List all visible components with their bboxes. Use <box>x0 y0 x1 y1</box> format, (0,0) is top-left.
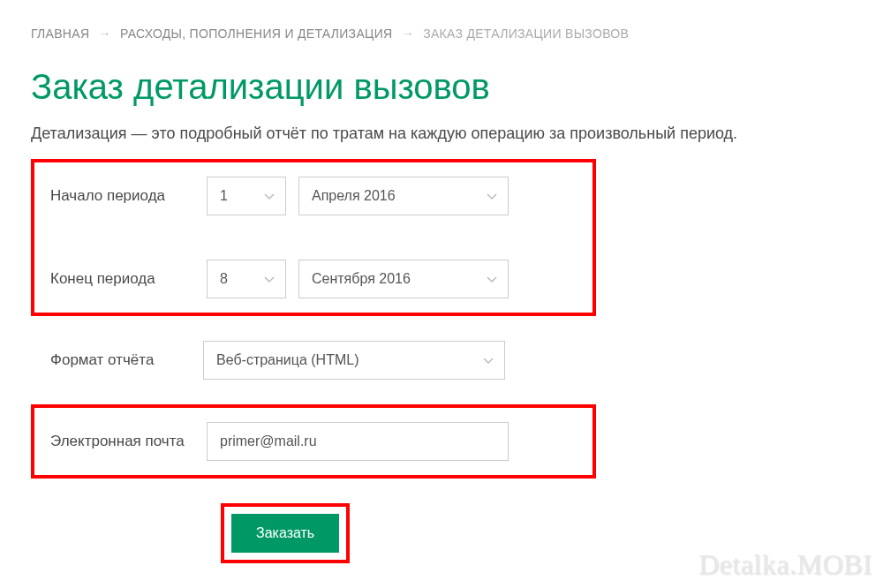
period-start-label: Начало периода <box>34 187 207 205</box>
email-label: Электронная почта <box>34 433 207 450</box>
period-end-day-select[interactable]: 8 <box>207 260 286 298</box>
period-start-row: Начало периода 1 Апреля 2016 <box>34 177 592 215</box>
chevron-down-icon <box>264 271 275 287</box>
email-input[interactable] <box>207 422 509 461</box>
period-end-month-select[interactable]: Сентября 2016 <box>298 260 509 298</box>
email-highlight-box: Электронная почта <box>31 404 596 479</box>
chevron-down-icon <box>487 271 497 287</box>
period-start-day-select[interactable]: 1 <box>207 177 286 215</box>
format-row: Формат отчёта Веб-страница (HTML) <box>31 341 852 380</box>
period-start-month-select[interactable]: Апреля 2016 <box>298 177 509 215</box>
period-highlight-box: Начало периода 1 Апреля 2016 Конец перио… <box>31 159 596 316</box>
period-end-label: Конец периода <box>34 270 207 288</box>
period-start-month-value: Апреля 2016 <box>312 188 396 204</box>
page-title: Заказ детализации вызовов <box>31 67 852 107</box>
breadcrumb: ГЛАВНАЯ → РАСХОДЫ, ПОПОЛНЕНИЯ И ДЕТАЛИЗА… <box>31 26 852 41</box>
period-start-day-value: 1 <box>220 188 228 204</box>
format-value: Веб-страница (HTML) <box>216 352 359 368</box>
chevron-down-icon <box>483 352 494 368</box>
arrow-icon: → <box>402 26 414 41</box>
period-end-row: Конец периода 8 Сентября 2016 <box>34 260 592 298</box>
chevron-down-icon <box>264 188 275 204</box>
period-end-day-value: 8 <box>220 271 228 287</box>
arrow-icon: → <box>99 26 111 41</box>
breadcrumb-home[interactable]: ГЛАВНАЯ <box>31 26 89 41</box>
period-end-month-value: Сентября 2016 <box>312 271 411 287</box>
watermark: Detalka.MOBI <box>698 548 872 581</box>
email-row: Электронная почта <box>34 422 592 461</box>
submit-highlight-box: Заказать <box>221 503 350 563</box>
breadcrumb-current: ЗАКАЗ ДЕТАЛИЗАЦИИ ВЫЗОВОВ <box>423 26 629 41</box>
chevron-down-icon <box>487 188 497 204</box>
submit-button[interactable]: Заказать <box>231 514 339 553</box>
format-select[interactable]: Веб-страница (HTML) <box>203 341 505 380</box>
format-label: Формат отчёта <box>31 351 203 369</box>
breadcrumb-expenses[interactable]: РАСХОДЫ, ПОПОЛНЕНИЯ И ДЕТАЛИЗАЦИЯ <box>120 26 392 41</box>
page-description: Детализация — это подробный отчёт по тра… <box>31 124 852 143</box>
